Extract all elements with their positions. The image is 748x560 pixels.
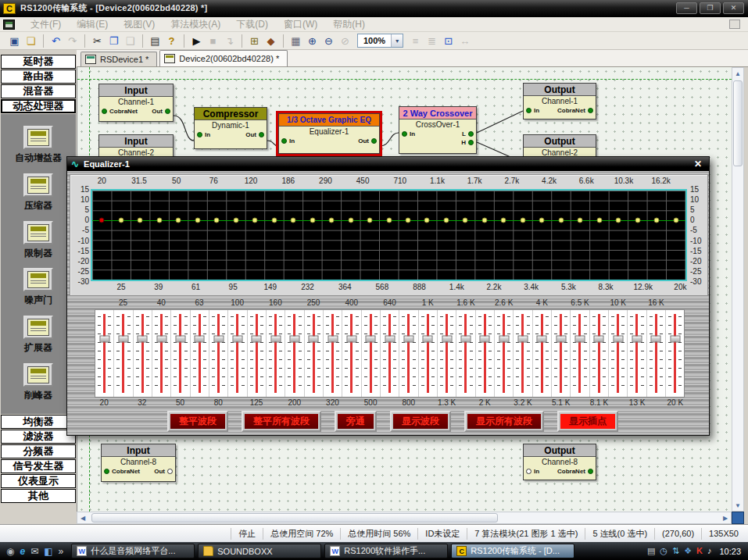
sidebar-tool-item[interactable]: 压缩器 [23,173,53,212]
slider-thumb[interactable] [556,335,566,342]
port-in[interactable]: In [402,130,415,137]
eq-node[interactable] [195,217,200,223]
menu-item[interactable]: 窗口(W) [276,16,325,33]
display-tray-icon[interactable]: ❖ [684,547,692,555]
taskbar-task-button[interactable]: SOUNDBOXX [198,544,321,558]
wire-input-1-to-compressor-1[interactable] [174,116,194,141]
zoom-out-icon[interactable]: ⊖ [320,34,337,48]
scroll-down-arrow[interactable]: ▼ [732,500,743,511]
zoom-in-icon[interactable]: ⊕ [304,34,320,48]
eq-band-slider[interactable] [438,310,456,397]
taskbar-task-button[interactable]: WRS1200软件操作手... [324,544,448,558]
slider-thumb[interactable] [138,335,148,342]
menu-item[interactable]: 下载(D) [228,16,276,33]
eq-band-slider[interactable] [95,310,114,397]
sidebar-tool-item[interactable]: 削峰器 [23,363,53,402]
cut-icon[interactable]: ✂ [89,34,106,48]
taskbar-task-button[interactable]: W什么是音频网络平台... [71,544,195,558]
eq-node[interactable] [214,217,220,223]
port-in[interactable]: In [526,468,539,475]
menu-item[interactable]: 算法模块(A) [163,16,228,33]
eq-band-slider[interactable] [152,310,171,397]
menu-item[interactable]: 文件(F) [23,16,69,33]
scroll-up-arrow[interactable]: ▲ [732,68,743,79]
block-output-1[interactable]: OutputChannel-1InCobraNet [523,83,596,119]
flatten-band-button[interactable]: 整平波段 [167,411,228,432]
open-folder-icon[interactable]: ❏ [23,34,39,48]
eq-band-slider[interactable] [419,310,438,397]
port-h[interactable]: H [461,139,474,146]
scroll-left-arrow[interactable]: ◀ [77,512,88,523]
eq-node[interactable] [596,217,602,223]
wire-compressor-1-to-equalizer-1[interactable] [267,141,278,146]
eq-node[interactable] [329,217,335,223]
slider-thumb[interactable] [613,335,623,342]
wire-crossover-1-to-output-1[interactable] [477,111,523,133]
eq-node[interactable] [635,217,640,223]
eq-band-slider[interactable] [248,310,267,397]
zoom-level-combo[interactable]: 100%▼ [357,34,403,48]
sidebar-category-button[interactable]: 延时器 [1,55,76,69]
slider-thumb[interactable] [118,335,128,342]
eq-node[interactable] [367,217,373,223]
port-cobranet[interactable]: CobraNet [557,107,593,114]
copy-icon[interactable]: ❐ [106,34,122,48]
eq-band-slider[interactable] [514,310,532,397]
sidebar-category-button[interactable]: 动态处理器 [1,99,76,113]
eq-node[interactable] [176,217,181,223]
port-cobranet[interactable]: CobraNet [104,468,140,475]
port-out[interactable]: Out [154,468,173,475]
eq-band-slider[interactable] [552,310,571,397]
eq-node[interactable] [443,217,449,223]
slider-thumb[interactable] [423,335,433,342]
eq-band-slider[interactable] [399,310,418,397]
dialog-title-bar[interactable]: ∿ Equalizer-1 ✕ [67,157,709,171]
slider-thumb[interactable] [537,335,547,342]
eq-band-slider[interactable] [191,310,209,397]
eq-band-slider[interactable] [228,310,247,397]
flatten-all-bands-button[interactable]: 整平所有波段 [242,411,321,432]
eq-band-slider[interactable] [609,310,628,397]
eq-band-slider[interactable] [381,310,399,397]
slider-thumb[interactable] [517,335,528,342]
help-icon[interactable]: ? [163,34,180,48]
device-properties-icon[interactable]: ⊞ [246,34,263,48]
sidebar-category-button[interactable]: 其他 [1,489,76,503]
menu-item[interactable]: 视图(V) [116,16,163,33]
sidebar-category-button[interactable]: 混音器 [1,84,76,98]
eq-node[interactable] [310,217,315,223]
slider-thumb[interactable] [252,335,262,342]
eq-band-slider[interactable] [134,310,152,397]
view-module-icon[interactable]: ⊡ [440,34,456,48]
menu-float-icon[interactable] [729,20,740,29]
port-out[interactable]: Out [152,108,170,115]
slider-thumb[interactable] [270,335,281,342]
eq-node[interactable] [348,217,353,223]
eq-node[interactable] [539,217,545,223]
show-all-bands-button[interactable]: 显示所有波段 [464,411,544,432]
slider-thumb[interactable] [175,335,185,342]
eq-node[interactable] [558,217,564,223]
eq-node[interactable] [654,217,660,223]
sidebar-category-button[interactable]: 路由器 [1,70,76,84]
slider-thumb[interactable] [156,335,166,342]
eq-node[interactable] [233,217,238,223]
slider-thumb[interactable] [385,335,395,342]
sidebar-tool-item[interactable]: 限制器 [23,221,53,260]
port-cobranet[interactable]: CobraNet [557,468,593,475]
slider-thumb[interactable] [99,335,109,342]
block-input-1[interactable]: InputChannel-1CobraNetOut [98,84,174,122]
sidebar-tool-item[interactable]: 噪声门 [23,268,53,307]
eq-band-slider[interactable] [647,310,666,397]
eq-node[interactable] [118,217,123,223]
mail-icon[interactable]: ✉ [30,547,38,556]
clock-tray-icon[interactable]: ◷ [660,547,667,555]
port-out[interactable]: Out [245,131,264,138]
slider-thumb[interactable] [460,335,471,342]
sidebar-tool-item[interactable]: 扩展器 [23,316,53,355]
eq-node[interactable] [673,217,678,223]
sidebar-tool-item[interactable]: 自动增益器 [15,126,62,165]
document-tab[interactable]: RSDevice1 * [81,52,157,66]
slider-thumb[interactable] [499,335,509,342]
eq-node[interactable] [271,217,277,223]
